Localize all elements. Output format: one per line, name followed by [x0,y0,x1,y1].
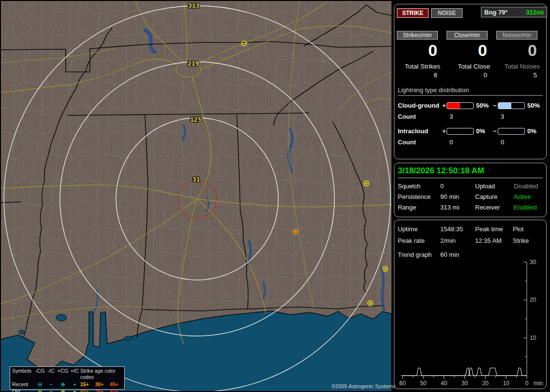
bearing-value: Bng 79° [484,9,508,16]
cg-positive-bar [447,102,474,109]
trend-graph-window: 60 min [440,251,498,258]
noise-mode-button[interactable]: NOISE [431,8,463,18]
legend-header-row: Symbols -CG -IC +CG +IC Strike age color… [10,367,124,380]
legend-row-old: Old ⊖ − ⊕ + 60+75+90+ [10,388,124,392]
cg-positive-count: 3 [447,113,474,120]
age-code-45+: 45+ [110,381,125,388]
svg-text:60: 60 [399,380,406,387]
distribution-title: Lightning type distribution [398,86,543,96]
strike-mode-button[interactable]: STRIKE [397,8,429,18]
recent-neg-cg-icon: ⊖ [34,381,45,388]
age-code-30+: 30+ [95,381,110,388]
recent-age-codes: 15+30+45+ [80,381,125,388]
persistence-label: Persistence [398,193,440,200]
legend-col-pic: +IC [69,368,80,380]
ring-label-31: 31 [192,176,200,183]
noises-per-min-counter: Noises/min 0 Total Noises 5 [496,31,545,79]
intracloud-row: Intracloud + 0% − 0% [398,126,543,137]
receiver-value: Enabled [514,204,548,211]
ic-negative-pct: 0% [525,127,544,135]
total-close-value: 0 [447,71,495,79]
application-window: 313 219 125 31 Symbols -CG -IC +CG +IC S… [0,0,550,392]
uptime-grid: Uptime 1548:35 Peak time Plot Peak rate … [398,225,543,244]
peak-time-label: Peak time [475,225,513,233]
trend-section: Uptime 1548:35 Peak time Plot Peak rate … [394,220,547,389]
cg-negative-pct: 50% [525,102,544,109]
ic-negative-bar [498,128,525,135]
total-strikes-value: 6 [397,71,445,79]
svg-text:20: 20 [482,380,489,387]
copyright-text: ©2005 Astrogenic Systems [332,383,395,389]
strike-map[interactable]: 313 219 125 31 [1,1,391,391]
system-status-section: 3/18/2026 12:50:18 AM Squelch 0 Upload D… [394,163,547,217]
svg-text:10: 10 [503,380,509,387]
plot-label: Plot [513,225,547,233]
cloud-ground-row: Cloud-ground + 50% − 50% [398,100,543,111]
close-per-min-value: 0 [447,42,495,59]
strikes-per-min-value: 0 [397,42,445,59]
persistence-value: 90 min [440,193,475,200]
map-legend: Symbols -CG -IC +CG +IC Strike age color… [10,366,125,390]
total-strikes-label: Total Strikes [397,63,445,70]
peak-rate-value: 2/min [440,237,475,244]
ring-label-313: 313 [188,2,199,9]
cg-negative-bar [498,102,525,109]
ic-positive-bar [447,128,474,135]
range-label: Range [398,204,440,211]
legend-age-title: Strike age color codes [80,368,125,380]
ic-positive-pct: 0% [474,127,493,135]
svg-text:50: 50 [420,380,427,387]
noises-per-min-button[interactable]: Noises/min [496,31,537,40]
trend-line [403,368,527,376]
cg-negative-count: 3 [498,113,525,120]
svg-text:20: 20 [530,296,536,303]
legend-row-recent: Recent ⊖ − ⊕ + 15+30+45+ [10,380,124,388]
cloud-ground-count-row: Count 3 3 [398,111,543,122]
recent-pos-ic-icon: + [69,381,80,388]
counters-section: STRIKE NOISE Bng 79° 312mi Strikes/min 0… [394,4,547,159]
strikes-per-min-button[interactable]: Strikes/min [397,31,438,40]
uptime-value: 1548:35 [440,225,475,233]
peak-rate-label: Peak rate [398,237,440,244]
upload-label: Upload [475,182,514,190]
close-per-min-counter: Close/min 0 Total Close 0 [447,31,495,79]
capture-label: Capture [475,193,514,200]
lightning-type-distribution: Lightning type distribution Cloud-ground… [398,86,543,148]
upload-value: Disabled [514,182,548,190]
legend-col-ncg: -CG [34,368,45,380]
svg-text:40: 40 [441,380,448,387]
svg-text:min: min [534,380,543,387]
age-code-75+: 75+ [95,389,110,392]
total-close-label: Total Close [447,63,495,70]
svg-text:30: 30 [530,259,536,266]
old-neg-ic-icon: − [45,389,57,392]
close-per-min-button[interactable]: Close/min [447,31,488,40]
ring-label-125: 125 [190,116,201,123]
ring-label-219: 219 [188,60,199,67]
status-panel: STRIKE NOISE Bng 79° 312mi Strikes/min 0… [394,0,548,392]
total-noises-label: Total Noises [496,63,545,70]
bearing-display: Bng 79° 312mi [481,7,547,17]
age-code-90+: 90+ [110,389,125,392]
ic-negative-count: 0 [498,139,525,146]
recent-pos-cg-icon: ⊕ [57,381,69,388]
datetime-display: 3/18/2026 12:50:18 AM [398,166,543,178]
old-pos-ic-icon: + [69,389,80,392]
svg-text:30: 30 [462,380,468,387]
recent-neg-ic-icon: − [45,381,57,388]
age-code-60+: 60+ [80,389,95,392]
trend-graph: 1020306050403020100min [394,258,548,388]
old-neg-cg-icon: ⊖ [34,389,45,392]
legend-col-pcg: +CG [57,368,69,380]
old-age-codes: 60+75+90+ [80,389,125,392]
trend-graph-label: Trend graph [398,251,440,258]
noises-per-min-value: 0 [496,42,545,59]
plot-type-value: Strike [513,237,547,244]
receiver-label: Receiver [475,204,514,211]
squelch-label: Squelch [398,182,440,190]
legend-col-nic: -IC [45,368,57,380]
uptime-label: Uptime [398,225,440,233]
legend-symbols-title: Symbols [12,368,34,380]
strikes-per-min-counter: Strikes/min 0 Total Strikes 6 [397,31,445,79]
svg-text:10: 10 [530,335,536,341]
